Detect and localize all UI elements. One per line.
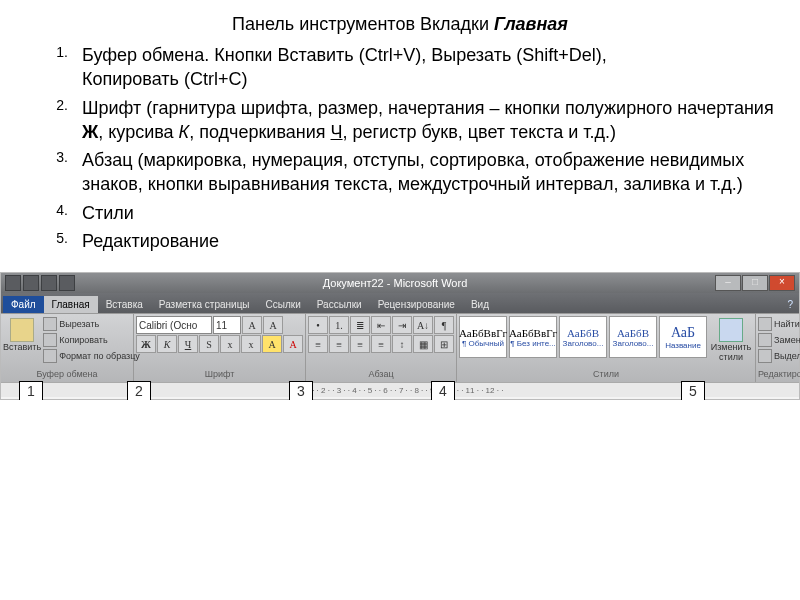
save-icon[interactable] [23,275,39,291]
numbering-button[interactable]: 1. [329,316,349,334]
group-label: Шрифт [136,368,303,380]
tab-view[interactable]: Вид [463,296,497,313]
group-label: Абзац [308,368,454,380]
subscript-button[interactable]: x [220,335,240,353]
style-no-spacing[interactable]: АаБбВвГг¶ Без инте... [509,316,557,358]
find-icon [758,317,772,331]
tab-file[interactable]: Файл [3,296,44,313]
change-styles-button[interactable]: Изменить стили [709,316,753,368]
tab-home[interactable]: Главная [44,296,98,313]
font-size-combo[interactable]: 11 [213,316,241,334]
ribbon-tabs: Файл Главная Вставка Разметка страницы С… [1,293,799,313]
brush-icon [43,349,57,363]
tab-layout[interactable]: Разметка страницы [151,296,258,313]
slide-title: Панель инструментов Вкладки Главная [20,14,780,35]
group-font: Calibri (Осно 11 A A Ж К Ч S x x A A [134,314,306,382]
bullets-button[interactable]: • [308,316,328,334]
align-left-button[interactable]: ≡ [308,335,328,353]
cut-button[interactable]: Вырезать [43,317,140,331]
list-item: Буфер обмена. Кнопки Вставить (Ctrl+V), … [68,43,780,92]
callout-5: 5 [681,381,705,400]
format-painter-button[interactable]: Формат по образцу [43,349,140,363]
group-label: Редактирование [758,368,800,380]
word-icon [5,275,21,291]
style-heading1[interactable]: АаБбВЗаголово... [559,316,607,358]
copy-button[interactable]: Копировать [43,333,140,347]
multilevel-button[interactable]: ≣ [350,316,370,334]
select-icon [758,349,772,363]
group-paragraph: • 1. ≣ ⇤ ⇥ A↓ ¶ ≡ ≡ ≡ ≡ ↕ ▦ [306,314,457,382]
callout-1: 1 [19,381,43,400]
callout-3: 3 [289,381,313,400]
font-color-button[interactable]: A [283,335,303,353]
select-button[interactable]: Выделить [758,349,800,363]
group-clipboard: Вставить Вырезать Копировать Формат по о… [1,314,134,382]
style-normal[interactable]: АаБбВвГг¶ Обычный [459,316,507,358]
style-heading2[interactable]: АаБбВЗаголово... [609,316,657,358]
shrink-font-button[interactable]: A [263,316,283,334]
undo-icon[interactable] [41,275,57,291]
underline-button[interactable]: Ч [178,335,198,353]
tab-insert[interactable]: Вставка [98,296,151,313]
replace-icon [758,333,772,347]
ruler: · · 1 · · 2 · · 3 · · 4 · · 5 · · 6 · · … [1,382,799,397]
redo-icon[interactable] [59,275,75,291]
highlight-button[interactable]: A [262,335,282,353]
group-styles: АаБбВвГг¶ Обычный АаБбВвГг¶ Без инте... … [457,314,756,382]
word-ribbon-screenshot: Документ22 - Microsoft Word – □ × Файл Г… [0,272,800,400]
list-item: Шрифт (гарнитура шрифта, размер, начерта… [68,96,780,145]
tab-references[interactable]: Ссылки [258,296,309,313]
numbered-list: Буфер обмена. Кнопки Вставить (Ctrl+V), … [20,43,780,253]
italic-button[interactable]: К [157,335,177,353]
align-center-button[interactable]: ≡ [329,335,349,353]
outdent-button[interactable]: ⇤ [371,316,391,334]
callout-4: 4 [431,381,455,400]
styles-icon [719,318,743,342]
paste-icon [10,318,34,342]
shading-button[interactable]: ▦ [413,335,433,353]
tab-mailings[interactable]: Рассылки [309,296,370,313]
help-icon[interactable]: ? [781,296,799,313]
strike-button[interactable]: S [199,335,219,353]
line-spacing-button[interactable]: ↕ [392,335,412,353]
sort-button[interactable]: A↓ [413,316,433,334]
scissors-icon [43,317,57,331]
minimize-button[interactable]: – [715,275,741,291]
grow-font-button[interactable]: A [242,316,262,334]
document-title: Документ22 - Microsoft Word [75,277,715,289]
group-label: Буфер обмена [3,368,131,380]
group-label: Стили [459,368,753,380]
callout-2: 2 [127,381,151,400]
paste-button[interactable]: Вставить [3,316,41,368]
find-button[interactable]: Найти [758,317,800,331]
borders-button[interactable]: ⊞ [434,335,454,353]
replace-button[interactable]: Заменить [758,333,800,347]
bold-button[interactable]: Ж [136,335,156,353]
indent-button[interactable]: ⇥ [392,316,412,334]
quick-access-toolbar[interactable] [5,275,75,291]
align-right-button[interactable]: ≡ [350,335,370,353]
superscript-button[interactable]: x [241,335,261,353]
justify-button[interactable]: ≡ [371,335,391,353]
font-family-combo[interactable]: Calibri (Осно [136,316,212,334]
show-marks-button[interactable]: ¶ [434,316,454,334]
group-editing: Найти Заменить Выделить Редактирование [756,314,800,382]
tab-review[interactable]: Рецензирование [370,296,463,313]
style-title[interactable]: АаБНазвание [659,316,707,358]
copy-icon [43,333,57,347]
maximize-button[interactable]: □ [742,275,768,291]
close-button[interactable]: × [769,275,795,291]
list-item: Стили [68,201,780,225]
list-item: Редактирование [68,229,780,253]
titlebar: Документ22 - Microsoft Word – □ × [1,273,799,293]
list-item: Абзац (маркировка, нумерация, отступы, с… [68,148,780,197]
